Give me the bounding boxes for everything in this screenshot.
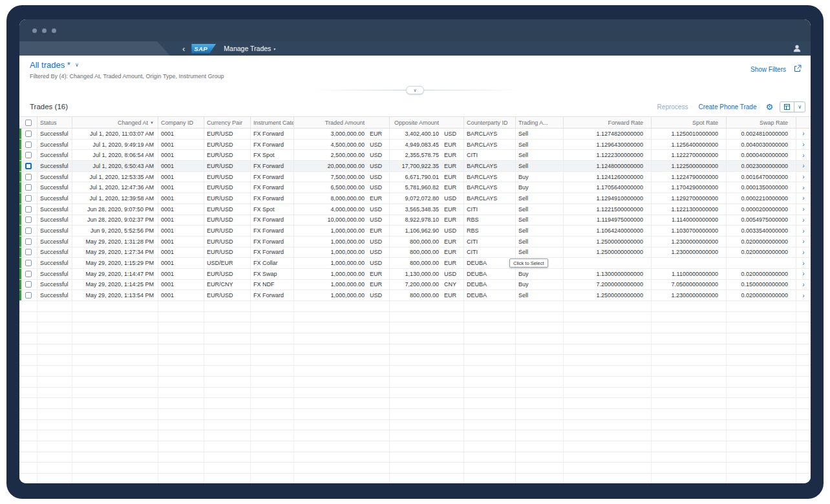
row-nav-chevron[interactable]: › <box>802 260 804 267</box>
cell-spot-rate: 1.1140000000000 <box>652 215 727 226</box>
col-header-spot-rate[interactable]: Spot Rate <box>652 117 727 128</box>
table-row[interactable]: SuccessfulMay 29, 2020, 1:14:25 PM0001EU… <box>19 280 811 291</box>
empty-cell <box>37 430 72 441</box>
row-checkbox[interactable] <box>25 195 32 202</box>
row-checkbox[interactable] <box>25 260 32 266</box>
cell-swap-rate: 0.0001350000000 <box>727 182 796 193</box>
row-nav-chevron[interactable]: › <box>802 152 804 159</box>
table-row[interactable]: SuccessfulMay 29, 2020, 1:13:54 PM0001EU… <box>19 290 811 301</box>
row-nav-chevron[interactable]: › <box>802 238 804 245</box>
row-nav-chevron[interactable]: › <box>802 292 804 299</box>
col-header-status[interactable]: Status <box>37 117 72 128</box>
row-nav-chevron[interactable]: › <box>802 270 804 277</box>
row-checkbox[interactable] <box>25 174 32 180</box>
row-checkbox[interactable] <box>25 281 32 288</box>
row-nav-cell: › <box>796 280 811 290</box>
row-checkbox[interactable] <box>25 206 32 213</box>
collapse-header-button[interactable]: ∨ <box>406 86 424 94</box>
table-row[interactable]: SuccessfulJun 28, 2020, 9:07:50 PM0001EU… <box>19 204 811 215</box>
table-row[interactable]: SuccessfulMay 29, 2020, 1:31:28 PM0001EU… <box>19 236 811 247</box>
col-header-forward-rate[interactable]: Forward Rate <box>564 117 652 128</box>
table-row[interactable]: SuccessfulJul 1, 2020, 8:06:54 AM0001EUR… <box>19 150 811 161</box>
user-avatar-icon[interactable] <box>793 44 802 53</box>
create-phone-trade-button[interactable]: Create Phone Trade <box>698 103 756 110</box>
cell-swap-rate: 0.0200000000000 <box>727 290 796 300</box>
export-icon[interactable] <box>780 102 794 112</box>
cell-swap-rate: 0.0200000000000 <box>727 236 796 247</box>
col-header-trading-activity[interactable]: Trading A... <box>516 117 564 128</box>
col-header-traded-amount[interactable]: Traded Amount <box>294 117 390 128</box>
table-row[interactable]: SuccessfulJun 28, 2020, 9:02:37 PM0001EU… <box>19 215 811 226</box>
row-nav-chevron[interactable]: › <box>802 227 804 235</box>
row-checkbox[interactable] <box>25 163 32 169</box>
table-row[interactable]: SuccessfulJul 1, 2020, 12:39:58 AM0001EU… <box>19 193 811 204</box>
amount-value: 7,200,000.00 <box>405 281 439 288</box>
row-nav-chevron[interactable]: › <box>802 249 804 256</box>
cell-forward-rate: 1.1296430000000 <box>564 140 652 150</box>
row-checkbox[interactable] <box>25 227 32 234</box>
col-header-changed-at[interactable]: Changed At▼ <box>72 117 158 128</box>
table-row[interactable]: SuccessfulJul 1, 2020, 9:49:19 AM0001EUR… <box>19 140 811 151</box>
amount-value: 6,671,790.01 <box>405 174 439 180</box>
table-row[interactable]: SuccessfulMay 29, 2020, 1:14:47 PM0001EU… <box>19 269 811 280</box>
cell-opposite-amount: 1,130,000.00USD <box>390 269 464 279</box>
empty-cell <box>516 463 564 473</box>
table-row[interactable]: SuccessfulJun 9, 2020, 5:52:56 PM0001EUR… <box>19 226 811 236</box>
row-checkbox[interactable] <box>25 216 32 223</box>
table-row[interactable]: SuccessfulJul 1, 2020, 6:50:43 AM0001EUR… <box>19 161 811 172</box>
col-header-swap-rate[interactable]: Swap Rate <box>727 117 796 128</box>
row-checkbox[interactable] <box>25 142 32 148</box>
row-nav-chevron[interactable]: › <box>802 205 804 213</box>
empty-cell <box>464 409 516 419</box>
cell-traded-amount: 1,000,000.00USD <box>294 258 390 268</box>
col-header-instrument-category[interactable]: Instrument Category <box>251 117 294 128</box>
col-header-company-id[interactable]: Company ID <box>158 117 204 128</box>
row-nav-chevron[interactable]: › <box>802 216 804 224</box>
empty-cell <box>204 377 251 387</box>
row-nav-chevron[interactable]: › <box>802 281 804 288</box>
amount-value: 1,000,000.00 <box>330 260 365 266</box>
table-row[interactable]: SuccessfulJul 1, 2020, 12:47:36 AM0001EU… <box>19 182 811 193</box>
export-menu-chevron-icon[interactable]: ∨ <box>794 102 805 112</box>
cell-counterparty-id: DEUBA <box>464 258 516 268</box>
row-nav-chevron[interactable]: › <box>802 194 804 202</box>
col-header-counterparty-id[interactable]: Counterparty ID <box>464 117 516 128</box>
table-row[interactable]: SuccessfulJul 1, 2020, 12:53:35 AM0001EU… <box>19 172 811 183</box>
sap-logo[interactable]: SAP <box>191 44 216 54</box>
col-header-opposite-amount[interactable]: Opposite Amount <box>390 117 464 128</box>
row-checkbox[interactable] <box>25 131 32 137</box>
app-title[interactable]: Manage Trades <box>224 45 271 52</box>
back-button[interactable]: ‹ <box>182 45 185 53</box>
table-settings-gear-icon[interactable]: ⚙ <box>765 103 773 111</box>
row-nav-chevron[interactable]: › <box>802 162 804 169</box>
select-all-checkbox[interactable] <box>25 120 32 126</box>
amount-value: 1,000,000.00 <box>330 249 365 255</box>
variant-title[interactable]: All trades * <box>30 60 70 70</box>
cell-opposite-amount: 3,402,400.10USD <box>390 129 464 139</box>
row-checkbox[interactable] <box>25 271 32 277</box>
reprocess-button[interactable]: Reprocess <box>657 103 688 110</box>
row-nav-chevron[interactable]: › <box>802 130 804 137</box>
table-row[interactable]: SuccessfulMay 29, 2020, 1:15:29 PM0001US… <box>19 258 811 269</box>
cell-opposite-amount: 8,922,978.10EUR <box>390 215 464 226</box>
variant-caret-icon[interactable]: ∨ <box>75 62 79 68</box>
row-checkbox[interactable] <box>25 238 32 245</box>
amount-value: 5,781,960.82 <box>405 184 439 191</box>
empty-row <box>19 398 811 409</box>
col-header-currency-pair[interactable]: Currency Pair <box>204 117 251 128</box>
empty-cell <box>390 388 464 398</box>
row-checkbox[interactable] <box>25 184 32 191</box>
table-row[interactable]: SuccessfulMay 29, 2020, 1:27:34 PM0001EU… <box>19 247 811 258</box>
row-nav-chevron[interactable]: › <box>802 173 804 180</box>
row-nav-chevron[interactable]: › <box>802 184 804 191</box>
empty-row <box>19 377 811 388</box>
row-checkbox[interactable] <box>25 152 32 158</box>
share-icon[interactable] <box>794 63 802 75</box>
row-nav-chevron[interactable]: › <box>802 141 804 148</box>
row-checkbox[interactable] <box>25 292 32 299</box>
show-filters-link[interactable]: Show Filters <box>750 66 786 73</box>
table-row[interactable]: SuccessfulJul 1, 2020, 11:03:07 AM0001EU… <box>19 129 811 140</box>
row-checkbox[interactable] <box>25 249 32 255</box>
empty-row <box>19 355 811 366</box>
amount-value: 800,000.00 <box>410 292 439 299</box>
